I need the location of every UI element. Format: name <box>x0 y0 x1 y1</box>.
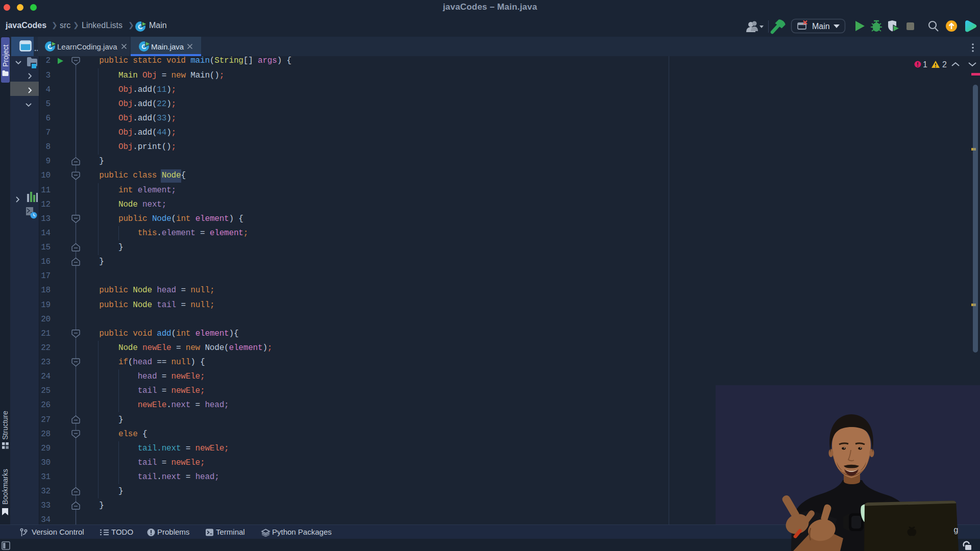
svg-text:1: 1 <box>923 60 927 69</box>
svg-text:2: 2 <box>942 60 947 69</box>
svg-text:Main: Main <box>812 22 830 31</box>
